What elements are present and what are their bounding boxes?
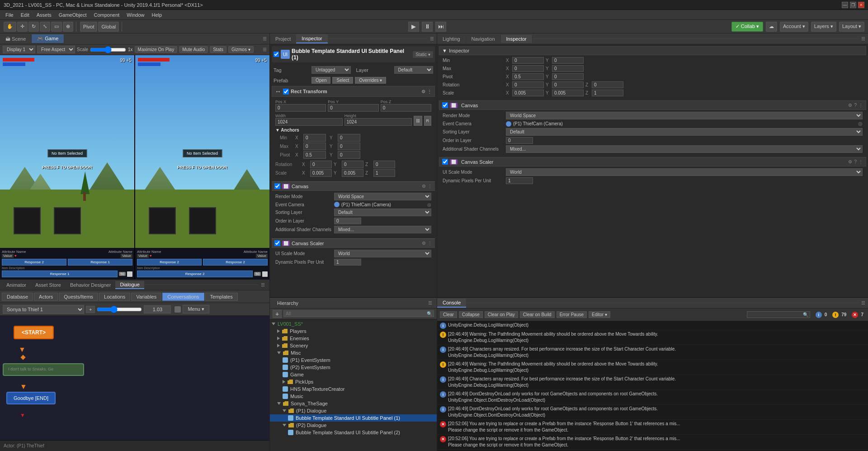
hierarchy-menu[interactable]: ☰ — [425, 299, 435, 307]
menu-assets[interactable]: Assets — [33, 11, 55, 19]
anchors-header[interactable]: ▼ Inspector — [439, 46, 866, 55]
height-input[interactable] — [344, 118, 412, 126]
ui-scale-mode-select[interactable]: World — [334, 250, 431, 257]
camera-target-icon[interactable]: ◎ — [427, 202, 431, 207]
ri-shader-select[interactable]: Mixed... — [506, 145, 863, 153]
ri-pivot-x[interactable] — [512, 73, 544, 80]
ri-camera-target[interactable]: ◎ — [858, 121, 863, 127]
sub-tab-actors[interactable]: Actors — [34, 293, 58, 301]
order-in-layer-input[interactable] — [334, 218, 361, 224]
tab-animator[interactable]: Animator — [2, 281, 31, 289]
ri-order-input[interactable] — [506, 137, 533, 144]
rect-transform-overflow[interactable]: ⋮ — [427, 89, 432, 94]
log-item-4[interactable]: i [20:46:49] Characters array resized. F… — [437, 375, 868, 390]
response-btn-2[interactable]: Response 2 — [2, 259, 66, 266]
hand-tool[interactable]: ✋ — [4, 22, 16, 32]
checkbox-right[interactable] — [262, 271, 268, 277]
canvas-checkbox[interactable] — [274, 183, 280, 189]
rot-z[interactable] — [373, 161, 395, 168]
tab-lighting[interactable]: Lighting — [437, 35, 466, 43]
ri-anchor-min-y[interactable] — [552, 57, 584, 64]
tab-dialogue[interactable]: Dialogue — [115, 281, 144, 289]
ri-canvas-help[interactable]: ? — [854, 103, 857, 108]
canvas-scaler-checkbox[interactable] — [274, 240, 280, 246]
ri-sorting-select[interactable]: Default — [506, 128, 863, 136]
canvas-section-header[interactable]: ⬜ Canvas ⚙ ⋮ — [272, 181, 435, 191]
p1-eventsystem[interactable]: (P1) EventSystem — [270, 356, 437, 364]
ri-canvas-scaler-overflow[interactable]: ⋮ — [859, 159, 863, 164]
ri-anchor-max-y[interactable] — [552, 65, 584, 72]
tab-project[interactable]: Project — [270, 35, 296, 43]
scene-tab[interactable]: 🏔 Scene — [0, 35, 32, 43]
canvas-scaler-header[interactable]: ⬜ Canvas Scaler ⚙ ⋮ — [272, 238, 435, 248]
cloud-btn[interactable]: ☁ — [766, 22, 777, 32]
pos-z[interactable] — [381, 104, 431, 112]
anchors-toggle[interactable]: ▼ Anchors — [275, 128, 431, 133]
lock-icon[interactable] — [175, 306, 181, 313]
dialogue-end-node[interactable]: Goodbye [END] — [6, 392, 56, 404]
tab-inspector-right[interactable]: Inspector — [501, 35, 533, 43]
sub-tab-quests[interactable]: Quests/Items — [59, 293, 98, 301]
pickups-folder[interactable]: PickUps — [270, 378, 437, 385]
move-tool[interactable]: ✛ — [17, 22, 28, 32]
error-pause-btn[interactable]: Error Pause — [557, 311, 587, 318]
log-item-5[interactable]: i [20:46:49] DontDestroyOnLoad only work… — [437, 390, 868, 405]
sub-tab-database[interactable]: Database — [2, 293, 33, 301]
clear-on-build-btn[interactable]: Clear on Build — [520, 311, 555, 318]
ri-pivot-y[interactable] — [552, 73, 584, 80]
clear-on-play-btn[interactable]: Clear on Play — [485, 311, 518, 318]
scenery-folder[interactable]: Scenery — [270, 342, 437, 349]
scale-x[interactable] — [310, 169, 332, 177]
center-panel-menu[interactable]: ☰ — [427, 35, 437, 43]
maximize-btn[interactable]: ❐ — [850, 2, 856, 8]
response-btn-r2b[interactable]: Response 2 — [203, 259, 268, 266]
anchor-max-x[interactable] — [303, 142, 326, 150]
tab-behavior-designer[interactable]: Behavior Designer — [66, 281, 116, 289]
sub-tab-conversations[interactable]: Conversations — [162, 293, 204, 301]
scale-slider[interactable] — [90, 46, 126, 53]
gizmos-btn[interactable]: Gizmos ▾ — [228, 46, 254, 53]
response-btn-r2[interactable]: Response 2 — [137, 259, 202, 266]
ri-rot-y[interactable] — [552, 81, 584, 88]
p2-eventsystem[interactable]: (P2) EventSystem — [270, 364, 437, 371]
rect-tool[interactable]: ▭ — [51, 22, 62, 32]
ri-canvas-scaler-help[interactable]: ? — [854, 159, 857, 164]
enemies-folder[interactable]: Enemies — [270, 335, 437, 342]
sub-tab-templates[interactable]: Templates — [205, 293, 238, 301]
pos-x[interactable] — [275, 104, 326, 112]
global-btn[interactable]: Global — [98, 22, 119, 32]
static-btn[interactable]: Static ▾ — [413, 51, 433, 58]
game-tab[interactable]: 🎮 Game — [32, 34, 64, 43]
ri-render-select[interactable]: World Space — [506, 112, 863, 119]
p2-dialogue-folder[interactable]: (P2) Dialogue — [270, 422, 437, 429]
console-search[interactable] — [747, 311, 810, 318]
tab-navigation[interactable]: Navigation — [466, 35, 501, 43]
overrides-btn[interactable]: Overrides ▾ — [355, 77, 386, 84]
ri-scale-x[interactable] — [512, 90, 544, 96]
response-btn-1a[interactable]: Response 1 — [68, 259, 132, 266]
dynamic-pixels-input[interactable] — [334, 259, 361, 266]
reset-btn[interactable]: R — [424, 116, 432, 126]
p1-dialogue-folder[interactable]: (P1) Dialogue — [270, 407, 437, 414]
width-input[interactable] — [275, 118, 343, 126]
play-btn[interactable]: ▶ — [408, 22, 419, 32]
layer-select[interactable]: Default — [394, 66, 434, 74]
sub-tab-locations[interactable]: Locations — [99, 293, 130, 301]
clear-btn[interactable]: Clear — [440, 311, 457, 318]
minimize-btn[interactable]: — — [842, 2, 848, 8]
tab-inspector-center[interactable]: Inspector — [296, 34, 327, 43]
rot-y[interactable] — [342, 161, 363, 168]
menu-component[interactable]: Component — [90, 11, 123, 19]
log-item-8[interactable]: ✕ [20:52:06] You are trying to replace o… — [437, 435, 868, 450]
ri-scale-z[interactable] — [592, 90, 623, 96]
response-btn-1b[interactable]: Response 1 — [2, 271, 118, 277]
hierarchy-add-btn[interactable]: + — [273, 310, 282, 318]
collab-btn[interactable]: ✓ Collab ▾ — [731, 22, 763, 32]
menu-window[interactable]: Window — [123, 11, 148, 19]
rect-transform-header[interactable]: ↔ Rect Transform ⚙ ⋮ — [272, 86, 435, 97]
layout-btn[interactable]: Layout ▾ — [839, 22, 864, 32]
collapse-btn[interactable]: Collapse — [459, 311, 483, 318]
tag-select[interactable]: Untagged — [311, 66, 351, 74]
pause-btn[interactable]: ⏸ — [422, 22, 433, 32]
ri-canvas-scaler-header[interactable]: ⬜ Canvas Scaler ⚙ ? ⋮ — [439, 157, 866, 166]
